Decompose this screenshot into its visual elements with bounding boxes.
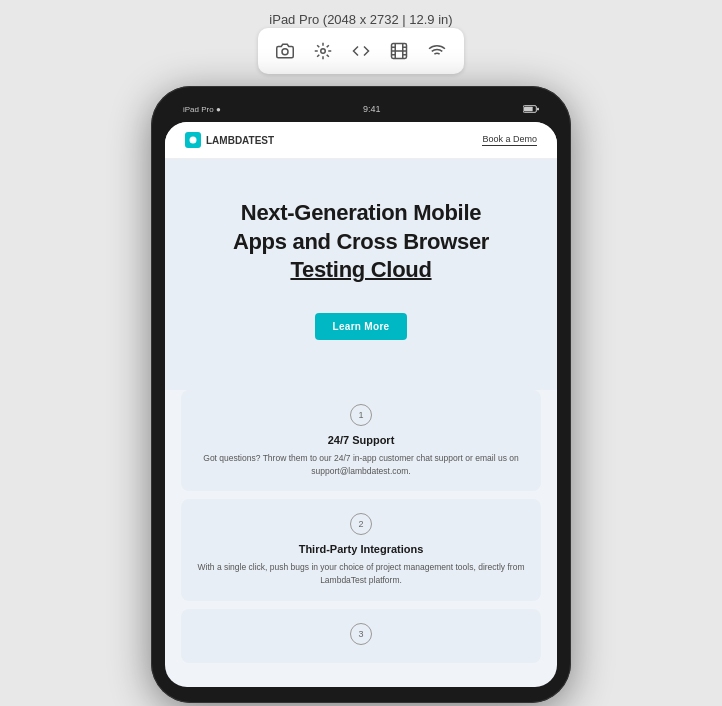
svg-point-0 bbox=[282, 49, 288, 55]
ipad-screen: LAMBDATEST Book a Demo Next-Generation M… bbox=[165, 122, 557, 687]
book-demo-link[interactable]: Book a Demo bbox=[482, 134, 537, 146]
ipad-status-right bbox=[523, 104, 539, 114]
site-logo: LAMBDATEST bbox=[185, 132, 274, 148]
learn-more-button[interactable]: Learn More bbox=[315, 313, 408, 340]
svg-point-1 bbox=[321, 49, 326, 54]
ipad-status-bar: iPad Pro ● 9:41 bbox=[165, 102, 557, 122]
feature-1-title: 24/7 Support bbox=[197, 434, 525, 446]
device-label: iPad Pro (2048 x 2732 | 12.9 in) bbox=[269, 10, 452, 28]
site-hero: Next-Generation Mobile Apps and Cross Br… bbox=[165, 159, 557, 390]
feature-card-1: 1 24/7 Support Got questions? Throw them… bbox=[181, 390, 541, 492]
hero-title: Next-Generation Mobile Apps and Cross Br… bbox=[195, 199, 527, 285]
feature-3-number: 3 bbox=[350, 623, 372, 645]
hero-title-line1: Next-Generation Mobile bbox=[241, 200, 481, 225]
svg-rect-12 bbox=[524, 107, 533, 112]
record-button[interactable] bbox=[382, 34, 416, 68]
feature-1-number: 1 bbox=[350, 404, 372, 426]
logo-icon bbox=[185, 132, 201, 148]
screenshot-button[interactable] bbox=[268, 34, 302, 68]
feature-card-2: 2 Third-Party Integrations With a single… bbox=[181, 499, 541, 601]
site-nav: LAMBDATEST Book a Demo bbox=[165, 122, 557, 159]
svg-rect-13 bbox=[537, 108, 539, 111]
feature-2-title: Third-Party Integrations bbox=[197, 543, 525, 555]
feature-2-number: 2 bbox=[350, 513, 372, 535]
device-label-text: iPad Pro (2048 x 2732 | 12.9 in) bbox=[269, 12, 452, 27]
ipad-frame: iPad Pro ● 9:41 LAMBDATEST Book a Demo N… bbox=[151, 86, 571, 703]
feature-2-desc: With a single click, push bugs in your c… bbox=[197, 561, 525, 587]
inspect-button[interactable] bbox=[306, 34, 340, 68]
features-section: 1 24/7 Support Got questions? Throw them… bbox=[165, 390, 557, 687]
hero-title-line2: Apps and Cross Browser bbox=[233, 229, 489, 254]
svg-point-14 bbox=[190, 137, 197, 144]
ipad-status-left: iPad Pro ● bbox=[183, 105, 221, 114]
code-button[interactable] bbox=[344, 34, 378, 68]
wifi-button[interactable] bbox=[420, 34, 454, 68]
feature-card-3: 3 bbox=[181, 609, 541, 663]
ipad-status-center: 9:41 bbox=[363, 104, 381, 114]
feature-1-desc: Got questions? Throw them to our 24/7 in… bbox=[197, 452, 525, 478]
toolbar bbox=[258, 28, 464, 74]
hero-title-line3: Testing Cloud bbox=[290, 257, 431, 282]
logo-text: LAMBDATEST bbox=[206, 135, 274, 146]
